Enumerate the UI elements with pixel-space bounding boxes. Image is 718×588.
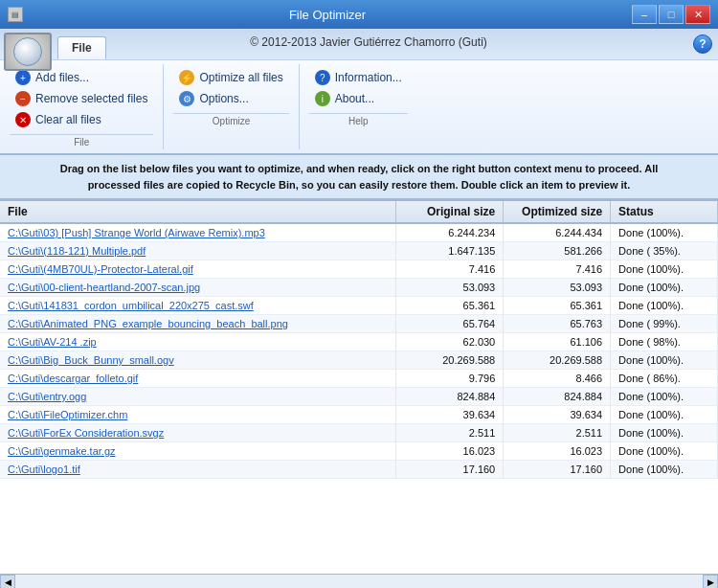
file-status: Done ( 35%). <box>611 242 718 260</box>
original-size: 53.093 <box>396 279 504 297</box>
original-size: 824.884 <box>396 388 504 406</box>
table-row[interactable]: C:\Guti\AV-214 .zip62.03061.106Done ( 98… <box>0 333 718 351</box>
table-row[interactable]: C:\Guti\03) [Push] Strange World (Airwav… <box>0 223 718 242</box>
copyright-text: © 2012-2013 Javier Gutiérrez Chamorro (G… <box>57 29 680 56</box>
table-row[interactable]: C:\Guti\Animated_PNG_example_bouncing_be… <box>0 315 718 333</box>
optimize-all-button[interactable]: ⚡ Optimize all files <box>173 68 288 87</box>
original-size: 7.416 <box>396 260 504 279</box>
file-link[interactable]: C:\Guti\descargar_folleto.gif <box>8 373 138 384</box>
original-size: 9.796 <box>396 370 504 388</box>
file-status: Done (100%). <box>611 297 718 315</box>
scroll-right-button[interactable]: ▶ <box>703 575 718 589</box>
optimized-size: 16.023 <box>504 442 611 461</box>
help-button[interactable]: ? <box>693 34 712 54</box>
file-link[interactable]: C:\Guti\03) [Push] Strange World (Airwav… <box>8 227 265 238</box>
column-file: File <box>0 201 396 223</box>
file-link[interactable]: C:\Guti\ForEx Consideration.svgz <box>8 427 164 439</box>
ribbon-group-optimize: ⚡ Optimize all files ⚙ Options... Optimi… <box>164 64 299 149</box>
original-size: 39.634 <box>396 406 504 424</box>
information-button[interactable]: ? Information... <box>309 68 408 87</box>
options-icon: ⚙ <box>179 91 194 106</box>
table-row[interactable]: C:\Guti\descargar_folleto.gif9.7968.466D… <box>0 370 718 388</box>
file-status: Done (100%). <box>611 223 718 242</box>
window-title: File Optimizer <box>23 8 632 22</box>
original-size: 1.647.135 <box>396 242 504 260</box>
table-row[interactable]: C:\Guti\00-client-heartland-2007-scan.jp… <box>0 279 718 297</box>
title-center: File Optimizer <box>23 8 632 22</box>
about-button[interactable]: i About... <box>309 89 408 108</box>
file-link[interactable]: C:\Guti\AV-214 .zip <box>8 336 97 348</box>
horizontal-scrollbar[interactable]: ◀ ▶ <box>0 574 718 588</box>
help-group-label: Help <box>309 113 408 126</box>
table-row[interactable]: C:\Guti\entry.ogg824.884824.884Done (100… <box>0 388 718 406</box>
file-link[interactable]: C:\Guti\genmake.tar.gz <box>8 445 116 457</box>
optimized-size: 8.466 <box>504 370 611 388</box>
file-link[interactable]: C:\Guti\141831_cordon_umbilical_220x275_… <box>8 300 254 311</box>
column-original: Original size <box>396 201 504 223</box>
optimized-size: 39.634 <box>504 406 611 424</box>
file-table: File Original size Optimized size Status… <box>0 201 718 479</box>
optimize-group-label: Optimize <box>173 113 288 126</box>
file-link[interactable]: C:\Guti\entry.ogg <box>8 391 86 402</box>
column-status: Status <box>611 201 718 223</box>
file-status: Done (100%). <box>611 388 718 406</box>
optimize-all-icon: ⚡ <box>179 70 194 85</box>
table-row[interactable]: C:\Guti\(4MB70UL)-Protector-Lateral.gif7… <box>0 260 718 279</box>
file-status: Done (100%). <box>611 424 718 442</box>
table-row[interactable]: C:\Guti\FileOptimizer.chm39.63439.634Don… <box>0 406 718 424</box>
table-row[interactable]: C:\Guti\Big_Buck_Bunny_small.ogv20.269.5… <box>0 351 718 370</box>
file-status: Done ( 98%). <box>611 333 718 351</box>
ribbon-group-help: ? Information... i About... Help <box>300 64 417 149</box>
add-files-button[interactable]: + Add files... <box>10 68 153 87</box>
maximize-button[interactable]: □ <box>659 5 684 24</box>
table-wrapper[interactable]: File Original size Optimized size Status… <box>0 201 718 574</box>
ribbon-group-file: + Add files... − Remove selected files ✕… <box>0 64 164 149</box>
original-size: 65.361 <box>396 297 504 315</box>
file-status: Done (100%). <box>611 406 718 424</box>
info-bar: Drag on the list below files you want to… <box>0 154 718 200</box>
file-status: Done (100%). <box>611 260 718 279</box>
title-bar: ▤ File Optimizer – □ ✕ <box>0 0 718 29</box>
optimized-size: 65.361 <box>504 297 611 315</box>
optimized-size: 7.416 <box>504 260 611 279</box>
table-row[interactable]: C:\Guti\(118-121) Multiple.pdf1.647.1355… <box>0 242 718 260</box>
optimized-size: 2.511 <box>504 424 611 442</box>
original-size: 17.160 <box>396 461 504 479</box>
tab-row: © 2012-2013 Javier Gutiérrez Chamorro (G… <box>0 29 718 59</box>
close-button[interactable]: ✕ <box>685 5 710 24</box>
table-row[interactable]: C:\Guti\logo1.tif17.16017.160Done (100%)… <box>0 461 718 479</box>
table-row[interactable]: C:\Guti\ForEx Consideration.svgz2.5112.5… <box>0 424 718 442</box>
minimize-button[interactable]: – <box>632 5 657 24</box>
original-size: 65.764 <box>396 315 504 333</box>
clear-all-icon: ✕ <box>15 112 31 127</box>
remove-selected-button[interactable]: − Remove selected files <box>10 89 153 108</box>
scroll-left-button[interactable]: ◀ <box>0 575 15 589</box>
scroll-track[interactable] <box>15 575 703 588</box>
optimized-size: 65.763 <box>504 315 611 333</box>
ribbon-container: © 2012-2013 Javier Gutiérrez Chamorro (G… <box>0 29 718 154</box>
optimized-size: 53.093 <box>504 279 611 297</box>
optimized-size: 61.106 <box>504 333 611 351</box>
file-link[interactable]: C:\Guti\(4MB70UL)-Protector-Lateral.gif <box>8 263 193 275</box>
file-status: Done ( 99%). <box>611 315 718 333</box>
file-link[interactable]: C:\Guti\logo1.tif <box>8 464 80 475</box>
optimized-size: 6.244.434 <box>504 223 611 242</box>
table-row[interactable]: C:\Guti\141831_cordon_umbilical_220x275_… <box>0 297 718 315</box>
ribbon-content: + Add files... − Remove selected files ✕… <box>0 59 718 153</box>
file-link[interactable]: C:\Guti\Big_Buck_Bunny_small.ogv <box>8 354 174 366</box>
about-icon: i <box>315 91 330 106</box>
optimized-size: 824.884 <box>504 388 611 406</box>
file-link[interactable]: C:\Guti\FileOptimizer.chm <box>8 409 127 420</box>
clear-all-button[interactable]: ✕ Clear all files <box>10 110 153 129</box>
original-size: 62.030 <box>396 333 504 351</box>
window-controls: – □ ✕ <box>632 5 710 24</box>
file-link[interactable]: C:\Guti\Animated_PNG_example_bouncing_be… <box>8 318 288 329</box>
original-size: 6.244.234 <box>396 223 504 242</box>
table-row[interactable]: C:\Guti\genmake.tar.gz16.02316.023Done (… <box>0 442 718 461</box>
table-header: File Original size Optimized size Status <box>0 201 718 223</box>
file-link[interactable]: C:\Guti\00-client-heartland-2007-scan.jp… <box>8 282 200 293</box>
file-link[interactable]: C:\Guti\(118-121) Multiple.pdf <box>8 245 146 257</box>
optimized-size: 17.160 <box>504 461 611 479</box>
original-size: 20.269.588 <box>396 351 504 370</box>
options-button[interactable]: ⚙ Options... <box>173 89 288 108</box>
